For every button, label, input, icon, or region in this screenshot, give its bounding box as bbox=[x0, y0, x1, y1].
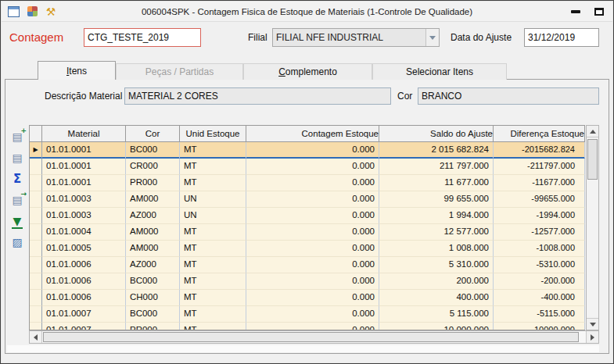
grid-cell[interactable]: 5 115.000 bbox=[379, 306, 494, 323]
wrench-icon[interactable]: ⚒ bbox=[43, 5, 59, 19]
grid-cell[interactable]: MT bbox=[180, 175, 246, 191]
data-ajuste-input[interactable] bbox=[524, 28, 599, 47]
grid-cell[interactable]: MT bbox=[180, 323, 246, 330]
horizontal-scrollbar[interactable] bbox=[29, 330, 599, 344]
grid-cell[interactable]: MT bbox=[180, 306, 246, 323]
grid-cell[interactable]: CR000 bbox=[126, 159, 180, 175]
grid-cell[interactable]: -5115.000 bbox=[494, 306, 585, 323]
table-row[interactable]: 01.01.0007PR000MT0.00010 000.000-10000.0… bbox=[30, 323, 585, 330]
tab-complemento[interactable]: Complemento bbox=[243, 63, 372, 80]
hscroll-thumb[interactable] bbox=[43, 332, 579, 342]
grid-cell[interactable]: MT bbox=[180, 159, 246, 175]
grid-cell[interactable]: BC000 bbox=[126, 306, 180, 323]
descricao-material-input[interactable] bbox=[124, 87, 391, 105]
table-row[interactable]: 01.01.0006AZ000MT0.0005 310.000-5310.000 bbox=[30, 257, 585, 273]
grid-cell[interactable]: AM000 bbox=[126, 224, 180, 241]
scroll-down-button[interactable] bbox=[587, 318, 598, 330]
scroll-up-button[interactable] bbox=[587, 126, 598, 137]
grid-cell[interactable]: 0.000 bbox=[246, 323, 379, 330]
grid-cell[interactable]: 0.000 bbox=[246, 224, 379, 241]
grid-cell[interactable]: -11677.000 bbox=[494, 175, 585, 191]
table-row[interactable]: 01.01.0005AM000MT0.0001 008.000-1008.000 bbox=[30, 241, 585, 257]
grid-cell[interactable]: BC000 bbox=[126, 273, 180, 290]
grid-cell[interactable]: 1 994.000 bbox=[379, 208, 494, 224]
grid-cell[interactable]: 01.01.0006 bbox=[42, 257, 126, 273]
grid-cell[interactable]: 99 655.000 bbox=[379, 191, 494, 208]
grid-cell[interactable]: 0.000 bbox=[246, 175, 379, 191]
grid-cell[interactable]: -99655.000 bbox=[494, 191, 585, 208]
table-row[interactable]: 01.01.0006CH000MT0.000400.000-400.000 bbox=[30, 290, 585, 306]
grid-cell[interactable]: AM000 bbox=[126, 191, 180, 208]
grid-cell[interactable]: -5310.000 bbox=[494, 257, 585, 273]
maximize-button[interactable] bbox=[590, 5, 609, 19]
grid-cell[interactable]: -200.000 bbox=[494, 273, 585, 290]
grid-cell[interactable]: 01.01.0003 bbox=[42, 208, 126, 224]
grid-cell[interactable]: 10 000.000 bbox=[379, 323, 494, 330]
tab-pe-as-partidas[interactable]: Peças / Partidas bbox=[116, 63, 243, 80]
grid-cell[interactable]: MT bbox=[180, 224, 246, 241]
grid-cell[interactable]: 0.000 bbox=[246, 257, 379, 273]
grid-cell[interactable]: -10000.000 bbox=[494, 323, 585, 330]
grid-cell[interactable]: 01.01.0006 bbox=[42, 273, 126, 290]
scroll-left-button[interactable] bbox=[30, 331, 42, 343]
grid-cell[interactable]: 12 577.000 bbox=[379, 224, 494, 241]
grid-cell[interactable]: UN bbox=[180, 191, 246, 208]
grid-cell[interactable]: 200.000 bbox=[379, 273, 494, 290]
grid-cell[interactable]: 0.000 bbox=[246, 241, 379, 257]
grid-cell[interactable]: -1994.000 bbox=[494, 208, 585, 224]
grid-cell[interactable]: MT bbox=[180, 290, 246, 306]
import-down-icon[interactable]: ▼ bbox=[9, 214, 25, 228]
chart-icon[interactable]: ▨ bbox=[9, 235, 25, 249]
grid-cell[interactable]: 0.000 bbox=[246, 306, 379, 323]
grid-cell[interactable]: 211 797.000 bbox=[379, 159, 494, 175]
vscroll-thumb[interactable] bbox=[587, 139, 598, 180]
tab-itens[interactable]: Itens bbox=[38, 61, 116, 80]
table-row[interactable]: 01.01.0001PR000MT0.00011 677.000-11677.0… bbox=[30, 175, 585, 191]
export-row-icon[interactable]: ▤→ bbox=[9, 193, 25, 207]
grid-cell[interactable]: 400.000 bbox=[379, 290, 494, 306]
cor-input[interactable] bbox=[418, 87, 599, 105]
table-row[interactable]: 01.01.0001CR000MT0.000211 797.000-211797… bbox=[30, 159, 585, 175]
table-row[interactable]: 01.01.0003AZ000UN0.0001 994.000-1994.000 bbox=[30, 208, 585, 224]
grid-cell[interactable]: BC000 bbox=[126, 142, 180, 159]
grid-cell[interactable]: MT bbox=[180, 273, 246, 290]
grid-cell[interactable]: 0.000 bbox=[246, 142, 379, 159]
grid-cell[interactable]: 01.01.0001 bbox=[42, 175, 126, 191]
table-row[interactable]: 01.01.0003AM000UN0.00099 655.000-99655.0… bbox=[30, 191, 585, 208]
table-row[interactable]: 01.01.0006BC000MT0.000200.000-200.000 bbox=[30, 273, 585, 290]
add-row-icon[interactable]: ▤+ bbox=[9, 130, 25, 144]
grid-cell[interactable]: 01.01.0004 bbox=[42, 224, 126, 241]
grid-cell[interactable]: -2015682.824 bbox=[494, 142, 585, 159]
table-row[interactable]: 01.01.0004AM000MT0.00012 577.000-12577.0… bbox=[30, 224, 585, 241]
grid-cell[interactable]: CH000 bbox=[126, 290, 180, 306]
vertical-scrollbar[interactable] bbox=[586, 125, 599, 330]
grid-cell[interactable]: MT bbox=[180, 142, 246, 159]
grid-cell[interactable]: 0.000 bbox=[246, 273, 379, 290]
grid-cell[interactable]: 01.01.0003 bbox=[42, 191, 126, 208]
minimize-button[interactable] bbox=[566, 5, 585, 19]
grid-cell[interactable]: 01.01.0007 bbox=[42, 306, 126, 323]
grid-cell[interactable]: -211797.000 bbox=[494, 159, 585, 175]
grid-cell[interactable]: 0.000 bbox=[246, 208, 379, 224]
modules-icon[interactable] bbox=[24, 5, 40, 19]
grid-cell[interactable]: 01.01.0005 bbox=[42, 241, 126, 257]
form-icon[interactable] bbox=[5, 5, 21, 19]
grid-cell[interactable]: PR000 bbox=[126, 323, 180, 330]
grid-cell[interactable]: 0.000 bbox=[246, 191, 379, 208]
grid-cell[interactable]: AZ000 bbox=[126, 257, 180, 273]
grid-cell[interactable]: PR000 bbox=[126, 175, 180, 191]
grid-cell[interactable]: 5 310.000 bbox=[379, 257, 494, 273]
sum-icon[interactable]: Σ bbox=[9, 172, 25, 186]
grid-cell[interactable]: UN bbox=[180, 208, 246, 224]
scroll-right-button[interactable] bbox=[586, 331, 598, 343]
list-rows-icon[interactable]: ▤ bbox=[9, 151, 25, 165]
chevron-down-icon[interactable] bbox=[425, 29, 439, 46]
grid-cell[interactable]: 01.01.0001 bbox=[42, 142, 126, 159]
table-row[interactable]: ▶01.01.0001BC000MT0.0002 015 682.824-201… bbox=[30, 142, 585, 159]
filial-select[interactable]: FILIAL NFE INDUSTRIAL bbox=[272, 28, 440, 47]
grid-cell[interactable]: 01.01.0007 bbox=[42, 323, 126, 330]
grid-cell[interactable]: 01.01.0001 bbox=[42, 159, 126, 175]
grid-cell[interactable]: 1 008.000 bbox=[379, 241, 494, 257]
grid-cell[interactable]: MT bbox=[180, 257, 246, 273]
grid-cell[interactable]: -1008.000 bbox=[494, 241, 585, 257]
